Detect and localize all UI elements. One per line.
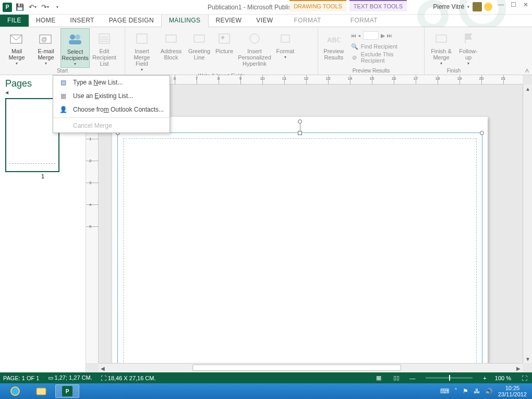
svg-point-3 [70,34,75,40]
zoom-slider[interactable] [426,377,473,379]
resize-handle-top[interactable] [298,131,302,135]
textbox-tools-tab[interactable]: TEXT BOX TOOLS [349,0,407,11]
resize-handle-tr[interactable] [480,131,484,135]
finish-icon [433,30,450,47]
tab-view[interactable]: VIEW [249,15,280,27]
user-account[interactable]: Pierre Vitré ▼ [433,2,492,11]
insert-merge-field-button: Insert Merge Field▾ [127,28,156,73]
tab-home[interactable]: HOME [29,15,63,27]
collapse-ribbon-icon[interactable]: ᐱ [525,68,529,74]
taskbar: P ⌨ ˄ ⚑ 🖧 🔊 10:25 23/11/2012 [0,383,532,399]
zoom-level[interactable]: 100 % [495,375,511,381]
menu-separator [53,117,170,118]
horizontal-scrollbar[interactable]: ◀ ▶ [99,363,523,372]
tab-file[interactable]: FILE [0,14,29,27]
hyperlink-icon [246,30,263,47]
edit-recipient-list-button: Edit Recipient List [90,28,119,67]
select-recipients-button[interactable]: Select Recipients▾ [61,28,90,68]
rotate-handle[interactable] [298,119,302,124]
find-recipient-button: 🔍Find Recipient [350,41,419,52]
svg-rect-10 [219,34,229,43]
group-finish-label: Finish [427,68,481,74]
zoom-out-button[interactable]: — [409,375,415,381]
status-size: ⛶ 18,46 X 27,16 CM. [101,375,156,381]
tab-review[interactable]: REVIEW [209,15,249,27]
ribbon-tabs: FILE HOME INSERT PAGE DESIGN MAILINGS RE… [0,15,532,27]
tab-page-design[interactable]: PAGE DESIGN [102,15,161,27]
menu-cancel-merge: Cancel Merge [53,119,170,132]
feedback-icon[interactable] [484,3,492,11]
redo-icon[interactable]: ↷▾ [40,2,50,13]
scroll-right-icon[interactable]: ▶ [514,365,523,372]
svg-rect-13 [281,35,289,42]
scroll-up-icon[interactable]: ▲ [524,84,531,93]
menu-type-new-list[interactable]: ▤ Type a New List... [53,76,170,89]
menu-use-existing-list[interactable]: ▦ Use an Existing List... [53,89,170,103]
fit-page-icon[interactable]: ⛶ [519,375,529,381]
app-icon[interactable]: P [2,2,13,13]
menu-outlook-contacts[interactable]: 👤 Choose from Outlook Contacts... [53,103,170,116]
nav-first-button: ⏮ ◀ ▶ ⏭ [350,30,419,41]
svg-point-4 [75,34,80,40]
undo-icon[interactable]: ↶▾ [27,2,38,13]
ribbon: Mail Merge▾ @ E-mail Merge▾ Select Recip… [0,27,532,75]
page-thumbnail[interactable] [5,98,59,172]
scroll-thumb[interactable] [192,365,401,371]
chevron-down-icon: ▼ [466,5,470,9]
view-single-icon[interactable]: ▦ [374,374,383,381]
email-merge-button[interactable]: @ E-mail Merge▾ [31,28,61,67]
taskbar-publisher[interactable]: P [55,384,79,398]
exclude-icon: ⊘ [350,53,359,62]
svg-point-12 [250,34,259,43]
scroll-left-icon[interactable]: ◀ [99,365,107,372]
chevron-up-icon[interactable]: ˄ [454,388,457,395]
qat-customize-icon[interactable]: ▾ [52,2,63,13]
svg-rect-9 [194,35,204,42]
maximize-icon[interactable]: ☐ [509,1,517,8]
merge-field-icon [134,30,150,47]
status-bar: PAGE: 1 OF 1 ▭ 1,27; 1,27 CM. ⛶ 18,46 X … [0,372,532,383]
preview-results-button: ᴀʙᴄPreview Results [320,28,347,61]
svg-rect-5 [69,40,81,44]
keyboard-icon[interactable]: ⌨ [440,388,449,395]
picture-button: Picture [213,28,236,54]
zoom-in-button[interactable]: + [483,375,486,381]
greeting-line-button: Greeting Line [186,28,213,61]
drawing-tools-tab[interactable]: DRAWING TOOLS [289,0,346,11]
address-block-button: Address Block [156,28,186,61]
address-block-icon [163,30,179,47]
volume-icon[interactable]: 🔊 [485,388,493,395]
email-merge-icon: @ [38,30,54,47]
status-page[interactable]: PAGE: 1 OF 1 [3,375,40,381]
tab-format-drawing[interactable]: FORMAT [287,15,329,27]
svg-rect-17 [37,388,46,395]
text-box[interactable] [117,132,482,372]
vertical-scrollbar[interactable]: ▲ ▼ [523,84,532,363]
finish-merge-button: Finish & Merge▾ [427,28,456,67]
taskbar-ie[interactable] [3,384,27,398]
scroll-down-icon[interactable]: ▼ [524,355,531,363]
svg-rect-8 [166,35,176,42]
taskbar-explorer[interactable] [29,384,53,398]
avatar [473,2,482,11]
close-icon[interactable]: ✕ [522,1,530,8]
network-icon[interactable]: 🖧 [474,388,480,395]
flag-icon[interactable]: ⚑ [463,388,468,395]
tab-insert[interactable]: INSERT [63,15,102,27]
tab-mailings[interactable]: MAILINGS [161,14,209,27]
svg-rect-15 [436,35,446,42]
view-spread-icon[interactable]: ▯▯ [392,374,401,381]
tab-format-textbox[interactable]: FORMAT [343,15,385,27]
svg-rect-6 [99,34,110,43]
select-recipients-menu: ▤ Type a New List... ▦ Use an Existing L… [53,75,170,133]
mail-merge-button[interactable]: Mail Merge▾ [2,28,31,67]
minimize-icon[interactable]: — [497,1,505,8]
picture-icon [216,30,233,47]
outlook-icon: 👤 [58,105,68,114]
clock[interactable]: 10:25 23/11/2012 [498,385,529,397]
save-icon[interactable]: 💾 [15,2,25,13]
svg-rect-7 [137,34,147,43]
svg-point-11 [221,36,224,39]
new-list-icon: ▤ [58,78,68,87]
follow-up-button: Follow-up▾ [456,28,481,67]
